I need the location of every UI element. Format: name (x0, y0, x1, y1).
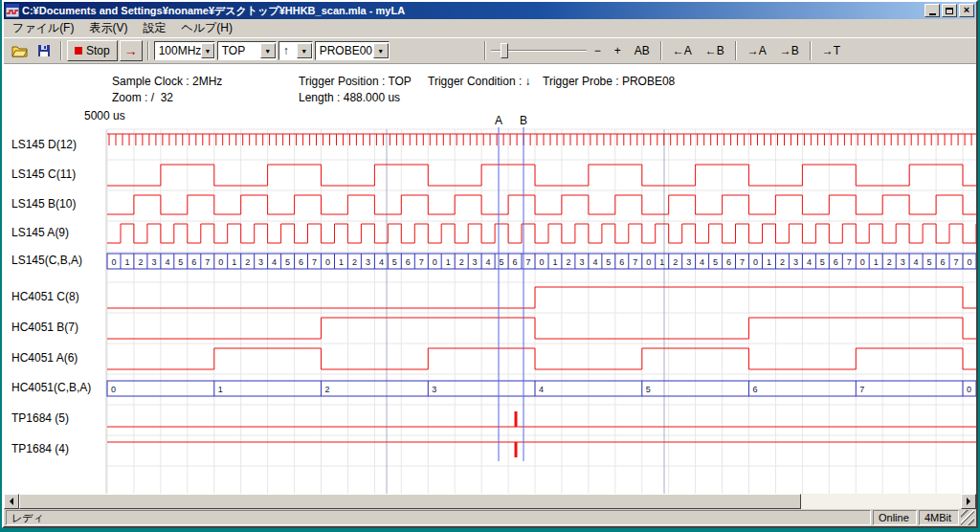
run-arrow-icon: → (124, 43, 138, 58)
channel-label-hc4051-a: HC4051 A(6) (11, 351, 106, 365)
toolbar: Stop → 100MHz ▼ TOP ▼ ↑ ▼ PROBE00 ▼ − + (4, 37, 976, 63)
svg-text:2: 2 (245, 257, 250, 267)
clock-select[interactable]: 100MHz ▼ (154, 41, 215, 60)
minimize-button[interactable] (924, 4, 940, 17)
svg-text:3: 3 (258, 257, 263, 267)
svg-text:0: 0 (433, 257, 437, 267)
svg-text:3: 3 (901, 257, 905, 267)
svg-text:4: 4 (379, 257, 384, 267)
menu-help[interactable]: ヘルプ(H) (173, 18, 240, 38)
trigger-position-label: Trigger Position : TOP (299, 75, 412, 88)
window-title: C:¥Documents and Settings¥noname¥デスクトップ¥… (22, 4, 922, 18)
probe-select[interactable]: PROBE00 ▼ (315, 41, 390, 60)
svg-text:2: 2 (138, 257, 143, 267)
window-controls: × (924, 4, 974, 17)
channel-label-ls145-c: LS145 C(11) (11, 167, 106, 181)
toolbar-separator (810, 41, 812, 60)
probe-value: PROBE00 (320, 44, 372, 57)
svg-text:7: 7 (859, 385, 864, 394)
trigger-position-select[interactable]: TOP ▼ (217, 41, 277, 60)
trigger-probe-label: Trigger Probe : PROBE08 (543, 75, 675, 88)
svg-text:3: 3 (151, 257, 156, 267)
trigger-position-value: TOP (222, 44, 245, 57)
svg-text:7: 7 (205, 257, 210, 267)
goto-b-right-button[interactable]: →B (774, 41, 805, 60)
titlebar[interactable]: C:¥Documents and Settings¥noname¥デスクトップ¥… (4, 2, 976, 19)
chevron-down-icon[interactable]: ▼ (201, 43, 213, 58)
run-button[interactable]: → (120, 40, 143, 61)
svg-text:1: 1 (659, 257, 664, 267)
svg-text:2: 2 (673, 257, 678, 267)
channel-label-ls145-bus: LS145(C,B,A) (11, 254, 106, 267)
svg-text:1: 1 (218, 385, 223, 394)
stop-button[interactable]: Stop (67, 40, 118, 61)
svg-text:6: 6 (941, 257, 946, 267)
svg-text:3: 3 (579, 257, 584, 267)
zoom-in-button[interactable]: + (609, 41, 627, 60)
app-window: C:¥Documents and Settings¥noname¥デスクトップ¥… (2, 0, 978, 528)
goto-b-left-button[interactable]: ←B (700, 41, 730, 60)
svg-text:6: 6 (834, 257, 838, 267)
zoom-out-button[interactable]: − (589, 41, 607, 60)
goto-trigger-button[interactable]: →T (816, 41, 846, 60)
goto-a-right-button[interactable]: →A (742, 41, 772, 60)
waveform-svg: 0123456701234567012345670123456701234567… (4, 64, 976, 494)
svg-text:3: 3 (473, 257, 478, 267)
scrollbar-thumb[interactable] (19, 494, 801, 509)
svg-text:1: 1 (767, 257, 771, 267)
resize-grip[interactable] (961, 510, 974, 525)
svg-text:3: 3 (686, 257, 691, 267)
chevron-down-icon[interactable]: ▼ (297, 43, 312, 58)
channel-label-ls145-d: LS145 D(12) (11, 138, 106, 151)
svg-text:7: 7 (740, 257, 745, 267)
close-button[interactable]: × (959, 4, 974, 17)
svg-text:6: 6 (753, 385, 758, 394)
svg-text:5: 5 (178, 257, 183, 267)
toolbar-separator (484, 41, 486, 60)
chevron-down-icon[interactable]: ▼ (260, 43, 276, 58)
chevron-down-icon[interactable]: ▼ (373, 43, 389, 58)
svg-text:A: A (495, 114, 502, 127)
trigger-condition-label: Trigger Condition : ↓ (428, 75, 531, 88)
toolbar-separator (60, 41, 62, 60)
menu-settings[interactable]: 設定 (135, 18, 173, 38)
menu-view[interactable]: 表示(V) (81, 18, 135, 38)
svg-text:5: 5 (606, 257, 611, 267)
scroll-left-button[interactable] (4, 494, 19, 509)
channel-label-hc4051-b: HC4051 B(7) (11, 321, 106, 334)
svg-text:0: 0 (218, 257, 223, 267)
svg-text:1: 1 (339, 257, 344, 267)
toolbar-separator (735, 41, 737, 60)
trigger-edge-select[interactable]: ↑ ▼ (278, 41, 313, 60)
ab-button[interactable]: AB (629, 41, 656, 60)
svg-text:4: 4 (807, 257, 812, 267)
svg-text:4: 4 (914, 257, 919, 267)
horizontal-scrollbar[interactable] (4, 494, 976, 509)
svg-text:7: 7 (312, 257, 317, 267)
open-folder-icon (11, 44, 28, 57)
save-button[interactable] (33, 40, 56, 61)
minimize-icon (929, 13, 936, 15)
svg-text:3: 3 (432, 385, 436, 394)
svg-text:2: 2 (780, 257, 785, 267)
zoom-slider-thumb[interactable] (501, 43, 508, 58)
svg-text:4: 4 (592, 257, 597, 267)
goto-a-left-button[interactable]: ←A (667, 41, 698, 60)
svg-text:4: 4 (539, 385, 544, 394)
svg-text:2: 2 (887, 257, 892, 267)
stop-label: Stop (86, 44, 110, 57)
status-online: Online (873, 510, 917, 525)
status-message: レディ (6, 510, 871, 525)
svg-text:2: 2 (352, 257, 357, 267)
scroll-right-button[interactable] (961, 494, 976, 509)
zoom-slider[interactable] (491, 41, 587, 60)
zoom-label: Zoom : / 32 (112, 91, 173, 104)
open-button[interactable] (8, 40, 31, 61)
svg-text:6: 6 (299, 257, 303, 267)
maximize-button[interactable] (942, 4, 957, 17)
menu-file[interactable]: ファイル(F) (5, 18, 81, 38)
svg-text:5: 5 (646, 385, 651, 394)
sample-clock-label: Sample Clock : 2MHz (112, 75, 222, 88)
svg-text:0: 0 (860, 257, 865, 267)
svg-text:0: 0 (111, 257, 116, 267)
